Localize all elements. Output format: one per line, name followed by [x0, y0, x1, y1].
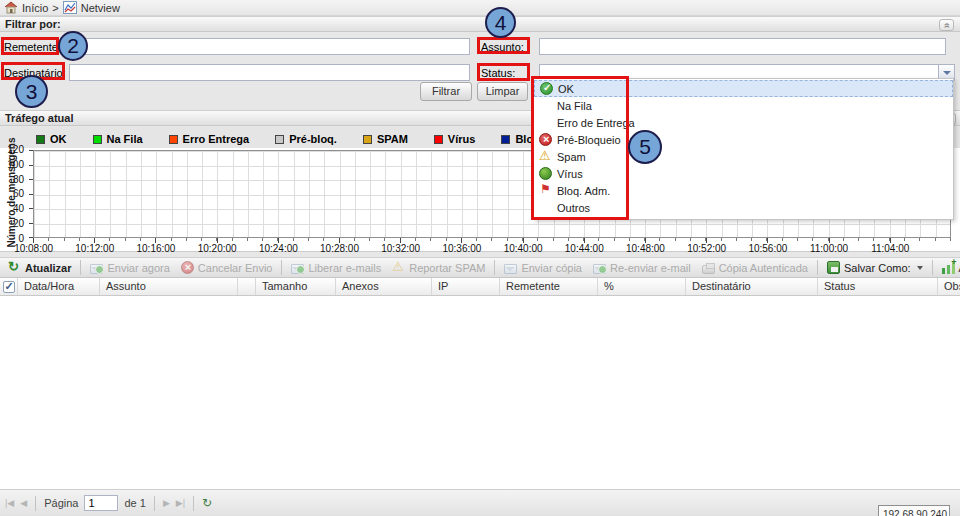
status-option[interactable]: OK: [534, 80, 953, 97]
copia-autenticada-button[interactable]: Cópia Autenticada: [698, 261, 812, 275]
column-header[interactable]: Observações: [938, 278, 960, 295]
status-option-label: Vírus: [557, 168, 583, 180]
cancelar-envio-button[interactable]: Cancelar Envio: [177, 260, 277, 275]
y-tick-label: 40: [13, 203, 24, 214]
prev-page-icon[interactable]: ◀: [20, 496, 27, 510]
legend-label: Erro Entrega: [183, 133, 250, 145]
limpar-button[interactable]: Limpar: [477, 82, 528, 101]
breadcrumb-current[interactable]: Netview: [81, 2, 120, 14]
pager-separator: [35, 496, 36, 511]
x-tick-label: 10:52:00: [676, 243, 737, 254]
breadcrumb: Início > Netview: [0, 0, 960, 16]
next-page-icon[interactable]: ▶: [163, 496, 170, 510]
column-header[interactable]: [238, 278, 256, 295]
enviar-agora-button[interactable]: Enviar agora: [86, 261, 173, 275]
y-tick-label: 120: [7, 144, 24, 155]
status-option-icon: [539, 133, 552, 146]
legend-swatch: [275, 135, 284, 144]
annotation-circle-2: 2: [58, 31, 88, 61]
release-mail-icon: [291, 264, 304, 274]
select-all-checkbox[interactable]: [3, 281, 15, 293]
assunto-label: Assunto:: [481, 41, 524, 53]
status-option-label: OK: [558, 83, 574, 95]
legend-item: Na Fila: [93, 133, 143, 145]
reenviar-email-button[interactable]: Re-enviar e-mail: [589, 261, 695, 275]
x-tick-label: 10:24:00: [248, 243, 309, 254]
breadcrumb-home[interactable]: Início: [22, 2, 48, 14]
send-now-icon: [90, 264, 103, 274]
legend-label: Vírus: [448, 133, 476, 145]
status-option-icon: [539, 116, 552, 129]
legend-label: Na Fila: [107, 133, 143, 145]
assunto-input[interactable]: [539, 38, 946, 55]
pager-refresh-icon[interactable]: ↻: [202, 496, 212, 510]
annotation-circle-4: 4: [485, 7, 516, 38]
status-option[interactable]: Erro de Entrega: [534, 114, 953, 131]
atualizar-button[interactable]: Atualizar: [4, 260, 75, 275]
x-tick-label: 10:36:00: [431, 243, 492, 254]
status-option-label: Pré-Bloqueio: [557, 134, 621, 146]
column-header[interactable]: Assunto: [100, 278, 238, 295]
toolbar-separator: [281, 260, 282, 275]
destinatario-input[interactable]: [69, 64, 470, 81]
page-of-label: de 1: [124, 497, 145, 509]
legend-item: SPAM: [363, 133, 408, 145]
status-option-label: Erro de Entrega: [557, 117, 635, 129]
collapse-panel-button[interactable]: [939, 19, 954, 31]
x-tick-label: 10:40:00: [493, 243, 554, 254]
adicionar-a-button[interactable]: Adicionar à:: [938, 260, 960, 275]
add-to-icon: [942, 261, 955, 274]
x-tick-label: 10:16:00: [125, 243, 186, 254]
status-option[interactable]: Outros: [534, 199, 953, 216]
legend-item: OK: [36, 133, 67, 145]
netview-icon: [63, 1, 77, 14]
y-tick-label: 60: [13, 188, 24, 199]
last-page-icon[interactable]: ▶|: [176, 496, 185, 510]
column-header[interactable]: Remetente: [500, 278, 598, 295]
status-option[interactable]: Spam: [534, 148, 953, 165]
clipped-tooltip: 192.68.90.240: [878, 505, 950, 516]
filtrar-button[interactable]: Filtrar: [420, 82, 472, 101]
remetente-input[interactable]: [64, 38, 470, 55]
status-option[interactable]: Vírus: [534, 165, 953, 182]
breadcrumb-separator: >: [52, 2, 58, 14]
column-header[interactable]: Tamanho: [256, 278, 336, 295]
status-option-label: Bloq. Adm.: [557, 185, 610, 197]
x-tick-label: 11:00:00: [798, 243, 859, 254]
status-option-label: Outros: [557, 202, 590, 214]
grid-body[interactable]: [0, 296, 960, 489]
reportar-spam-button[interactable]: Reportar SPAM: [388, 260, 489, 275]
first-page-icon[interactable]: |◀: [5, 496, 14, 510]
x-tick-label: 10:28:00: [309, 243, 370, 254]
column-header[interactable]: Destinatário: [686, 278, 818, 295]
column-header[interactable]: %: [598, 278, 686, 295]
status-option[interactable]: Bloq. Adm.: [534, 182, 953, 199]
status-bar: |◀ ◀ Página de 1 ▶ ▶| ↻ Não há dados par…: [0, 489, 960, 516]
filter-panel-header: Filtrar por:: [0, 16, 960, 32]
annotation-circle-5: 5: [628, 130, 662, 164]
send-copy-icon: [504, 264, 517, 274]
column-header[interactable]: IP: [432, 278, 500, 295]
liberar-emails-button[interactable]: Liberar e-mails: [287, 261, 385, 275]
filter-panel-title: Filtrar por:: [5, 18, 61, 30]
column-header[interactable]: Data/Hora: [18, 278, 100, 295]
grid-header: Data/HoraAssuntoTamanhoAnexosIPRemetente…: [0, 278, 960, 296]
legend-swatch: [36, 135, 45, 144]
legend-swatch: [434, 135, 443, 144]
column-header[interactable]: Anexos: [336, 278, 432, 295]
status-option-icon: [539, 184, 552, 197]
enviar-copia-button[interactable]: Enviar cópia: [500, 261, 586, 275]
pagina-label: Página: [44, 497, 78, 509]
status-option[interactable]: Pré-Bloqueio: [534, 131, 953, 148]
salvar-como-button[interactable]: Salvar Como:: [823, 260, 927, 275]
netview-app: Início > Netview Filtrar por: Remetente:…: [0, 0, 960, 516]
resend-mail-icon: [593, 264, 606, 274]
grid-toolbar: Atualizar Enviar agora Cancelar Envio Li…: [0, 257, 960, 278]
y-axis-labels: 120100806040200: [0, 144, 28, 244]
legend-item: Vírus: [434, 133, 476, 145]
status-option[interactable]: Na Fila: [534, 97, 953, 114]
page-number-input[interactable]: [84, 495, 118, 511]
status-dropdown-list: OK Na Fila Erro de Entrega Pré-Bloqueio …: [533, 78, 954, 220]
paging-toolbar: |◀ ◀ Página de 1 ▶ ▶| ↻: [5, 495, 212, 511]
column-header[interactable]: Status: [818, 278, 938, 295]
